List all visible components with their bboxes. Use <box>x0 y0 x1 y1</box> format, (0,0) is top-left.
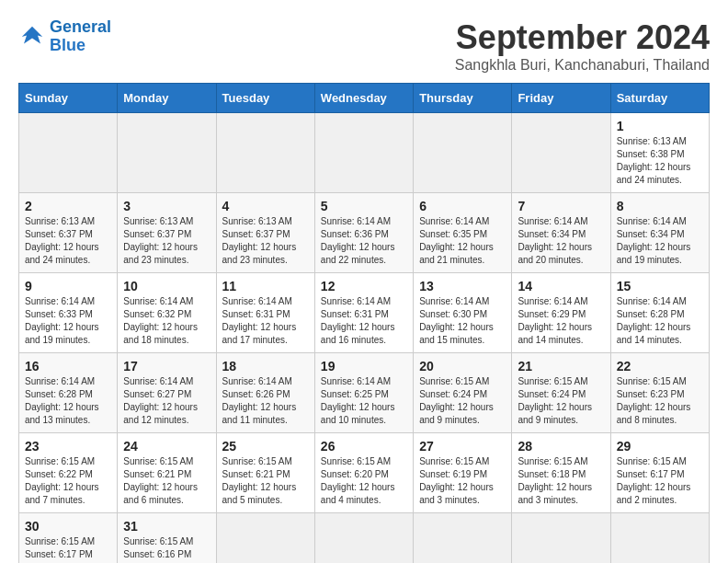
calendar-cell: 14Sunrise: 6:14 AM Sunset: 6:29 PM Dayli… <box>512 273 610 353</box>
day-number: 21 <box>518 359 604 373</box>
day-number: 13 <box>419 279 506 293</box>
day-info: Sunrise: 6:15 AM Sunset: 6:18 PM Dayligh… <box>518 455 604 507</box>
day-number: 23 <box>25 439 111 454</box>
calendar-cell <box>414 113 512 193</box>
calendar-week-row: 23Sunrise: 6:15 AM Sunset: 6:22 PM Dayli… <box>19 433 710 513</box>
day-number: 14 <box>518 279 604 293</box>
calendar-cell <box>610 513 709 564</box>
day-info: Sunrise: 6:13 AM Sunset: 6:37 PM Dayligh… <box>25 215 111 267</box>
calendar-cell: 16Sunrise: 6:14 AM Sunset: 6:28 PM Dayli… <box>19 353 118 433</box>
day-number: 17 <box>123 359 210 373</box>
calendar-cell: 31Sunrise: 6:15 AM Sunset: 6:16 PM Dayli… <box>118 513 216 564</box>
day-number: 1 <box>617 119 703 133</box>
day-number: 18 <box>222 359 309 373</box>
calendar-week-row: 2Sunrise: 6:13 AM Sunset: 6:37 PM Daylig… <box>19 193 710 273</box>
day-info: Sunrise: 6:13 AM Sunset: 6:37 PM Dayligh… <box>123 215 210 267</box>
calendar-cell <box>314 513 413 564</box>
day-header-friday: Friday <box>512 84 610 113</box>
day-info: Sunrise: 6:14 AM Sunset: 6:35 PM Dayligh… <box>419 215 506 267</box>
day-info: Sunrise: 6:15 AM Sunset: 6:22 PM Dayligh… <box>25 455 111 507</box>
day-info: Sunrise: 6:14 AM Sunset: 6:32 PM Dayligh… <box>123 295 210 347</box>
calendar-cell: 8Sunrise: 6:14 AM Sunset: 6:34 PM Daylig… <box>610 193 709 273</box>
calendar-header-row: SundayMondayTuesdayWednesdayThursdayFrid… <box>19 84 710 113</box>
day-header-thursday: Thursday <box>414 84 512 113</box>
day-number: 15 <box>617 279 703 293</box>
day-number: 6 <box>419 199 506 213</box>
calendar-cell: 4Sunrise: 6:13 AM Sunset: 6:37 PM Daylig… <box>216 193 314 273</box>
logo-line2: Blue <box>50 36 85 54</box>
day-number: 28 <box>518 439 604 454</box>
calendar-table: SundayMondayTuesdayWednesdayThursdayFrid… <box>18 83 710 563</box>
day-number: 29 <box>617 439 703 454</box>
day-header-monday: Monday <box>118 84 216 113</box>
calendar-cell <box>414 513 512 564</box>
calendar-cell: 18Sunrise: 6:14 AM Sunset: 6:26 PM Dayli… <box>216 353 314 433</box>
day-info: Sunrise: 6:14 AM Sunset: 6:33 PM Dayligh… <box>25 295 111 347</box>
page-header: General Blue September 2024 Sangkhla Bur… <box>18 18 710 74</box>
calendar-cell: 23Sunrise: 6:15 AM Sunset: 6:22 PM Dayli… <box>19 433 118 513</box>
day-number: 22 <box>617 359 703 373</box>
calendar-cell: 28Sunrise: 6:15 AM Sunset: 6:18 PM Dayli… <box>512 433 610 513</box>
day-number: 31 <box>123 519 210 534</box>
calendar-cell: 17Sunrise: 6:14 AM Sunset: 6:27 PM Dayli… <box>118 353 216 433</box>
day-info: Sunrise: 6:14 AM Sunset: 6:26 PM Dayligh… <box>222 375 309 427</box>
calendar-week-row: 1Sunrise: 6:13 AM Sunset: 6:38 PM Daylig… <box>19 113 710 193</box>
day-info: Sunrise: 6:15 AM Sunset: 6:20 PM Dayligh… <box>321 455 407 507</box>
month-title: September 2024 <box>455 18 710 57</box>
title-section: September 2024 Sangkhla Buri, Kanchanabu… <box>455 18 710 74</box>
day-header-saturday: Saturday <box>610 84 709 113</box>
day-number: 25 <box>222 439 309 454</box>
day-number: 4 <box>222 199 309 213</box>
day-number: 12 <box>321 279 407 293</box>
calendar-cell: 20Sunrise: 6:15 AM Sunset: 6:24 PM Dayli… <box>414 353 512 433</box>
calendar-week-row: 30Sunrise: 6:15 AM Sunset: 6:17 PM Dayli… <box>19 513 710 564</box>
day-header-wednesday: Wednesday <box>314 84 413 113</box>
calendar-cell: 1Sunrise: 6:13 AM Sunset: 6:38 PM Daylig… <box>610 113 709 193</box>
logo-icon <box>18 23 46 51</box>
day-info: Sunrise: 6:15 AM Sunset: 6:21 PM Dayligh… <box>222 455 309 507</box>
day-info: Sunrise: 6:14 AM Sunset: 6:31 PM Dayligh… <box>222 295 309 347</box>
logo-line1: General <box>50 17 111 36</box>
day-number: 9 <box>25 279 111 293</box>
calendar-cell <box>216 513 314 564</box>
day-number: 5 <box>321 199 407 213</box>
calendar-cell: 10Sunrise: 6:14 AM Sunset: 6:32 PM Dayli… <box>118 273 216 353</box>
day-info: Sunrise: 6:15 AM Sunset: 6:17 PM Dayligh… <box>617 455 703 507</box>
day-number: 11 <box>222 279 309 293</box>
day-number: 7 <box>518 199 604 213</box>
day-header-sunday: Sunday <box>19 84 118 113</box>
logo-text: General Blue <box>50 18 111 55</box>
day-info: Sunrise: 6:14 AM Sunset: 6:34 PM Dayligh… <box>518 215 604 267</box>
calendar-cell: 15Sunrise: 6:14 AM Sunset: 6:28 PM Dayli… <box>610 273 709 353</box>
calendar-cell <box>512 513 610 564</box>
day-info: Sunrise: 6:14 AM Sunset: 6:28 PM Dayligh… <box>25 375 111 427</box>
day-info: Sunrise: 6:14 AM Sunset: 6:30 PM Dayligh… <box>419 295 506 347</box>
calendar-cell: 30Sunrise: 6:15 AM Sunset: 6:17 PM Dayli… <box>19 513 118 564</box>
day-info: Sunrise: 6:15 AM Sunset: 6:21 PM Dayligh… <box>123 455 210 507</box>
day-info: Sunrise: 6:14 AM Sunset: 6:29 PM Dayligh… <box>518 295 604 347</box>
day-number: 20 <box>419 359 506 373</box>
day-info: Sunrise: 6:15 AM Sunset: 6:23 PM Dayligh… <box>617 375 703 427</box>
day-info: Sunrise: 6:14 AM Sunset: 6:28 PM Dayligh… <box>617 295 703 347</box>
day-info: Sunrise: 6:14 AM Sunset: 6:27 PM Dayligh… <box>123 375 210 427</box>
calendar-cell <box>118 113 216 193</box>
day-info: Sunrise: 6:13 AM Sunset: 6:37 PM Dayligh… <box>222 215 309 267</box>
calendar-cell: 26Sunrise: 6:15 AM Sunset: 6:20 PM Dayli… <box>314 433 413 513</box>
day-info: Sunrise: 6:14 AM Sunset: 6:34 PM Dayligh… <box>617 215 703 267</box>
calendar-cell: 24Sunrise: 6:15 AM Sunset: 6:21 PM Dayli… <box>118 433 216 513</box>
calendar-cell: 19Sunrise: 6:14 AM Sunset: 6:25 PM Dayli… <box>314 353 413 433</box>
day-info: Sunrise: 6:14 AM Sunset: 6:31 PM Dayligh… <box>321 295 407 347</box>
calendar-cell <box>314 113 413 193</box>
calendar-cell: 7Sunrise: 6:14 AM Sunset: 6:34 PM Daylig… <box>512 193 610 273</box>
day-info: Sunrise: 6:15 AM Sunset: 6:17 PM Dayligh… <box>25 535 111 563</box>
calendar-cell: 29Sunrise: 6:15 AM Sunset: 6:17 PM Dayli… <box>610 433 709 513</box>
day-number: 10 <box>123 279 210 293</box>
calendar-cell: 11Sunrise: 6:14 AM Sunset: 6:31 PM Dayli… <box>216 273 314 353</box>
day-info: Sunrise: 6:15 AM Sunset: 6:19 PM Dayligh… <box>419 455 506 507</box>
day-number: 19 <box>321 359 407 373</box>
calendar-cell <box>512 113 610 193</box>
calendar-cell <box>216 113 314 193</box>
calendar-week-row: 9Sunrise: 6:14 AM Sunset: 6:33 PM Daylig… <box>19 273 710 353</box>
calendar-cell: 25Sunrise: 6:15 AM Sunset: 6:21 PM Dayli… <box>216 433 314 513</box>
calendar-cell: 27Sunrise: 6:15 AM Sunset: 6:19 PM Dayli… <box>414 433 512 513</box>
